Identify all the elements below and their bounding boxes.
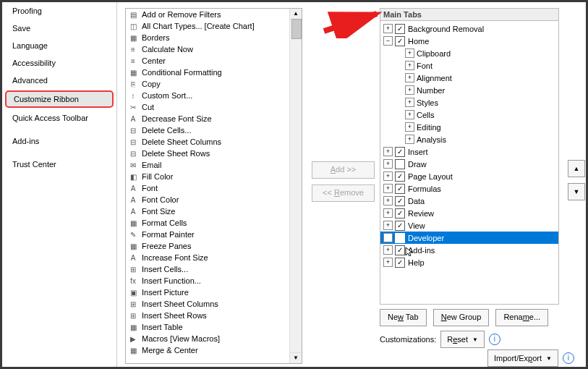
reset-dropdown[interactable]: Reset▼Reset bbox=[440, 331, 485, 348]
tree-row[interactable]: +Clipboard bbox=[380, 47, 558, 59]
expand-icon[interactable]: + bbox=[405, 98, 414, 107]
tree-row[interactable]: +Insert bbox=[380, 145, 558, 158]
command-row[interactable]: ◧Fill Color▸ bbox=[126, 171, 302, 182]
expand-icon[interactable]: + bbox=[383, 184, 393, 193]
command-row[interactable]: ⊟Delete Cells... bbox=[126, 124, 302, 136]
sidebar-item-language[interactable]: Language bbox=[2, 37, 116, 54]
checkbox[interactable] bbox=[395, 221, 405, 231]
info-icon[interactable]: i bbox=[489, 334, 500, 345]
checkbox[interactable] bbox=[395, 208, 405, 219]
add-button[interactable]: Add >>Add >> bbox=[312, 161, 375, 179]
command-row[interactable]: ≡Center bbox=[126, 55, 302, 67]
tree-row[interactable]: +Data bbox=[380, 195, 558, 207]
expand-icon[interactable]: + bbox=[405, 61, 414, 70]
tree-row[interactable]: +Developer bbox=[380, 232, 558, 244]
tree-row[interactable]: +View bbox=[380, 219, 558, 232]
sidebar-item-accessibility[interactable]: Accessibility bbox=[2, 54, 116, 72]
checkbox[interactable] bbox=[395, 147, 405, 157]
scroll-thumb[interactable] bbox=[291, 19, 302, 39]
tree-row[interactable]: +Add-ins bbox=[380, 244, 558, 256]
command-row[interactable]: ▦Format Cells bbox=[126, 217, 302, 229]
checkbox[interactable] bbox=[395, 159, 405, 169]
checkbox[interactable] bbox=[395, 171, 405, 182]
sidebar-item-save[interactable]: Save bbox=[2, 20, 116, 37]
sidebar-item-trust-center[interactable]: Trust Center bbox=[2, 156, 116, 173]
sidebar-item-customize-ribbon[interactable]: Customize Ribbon bbox=[5, 90, 114, 108]
expand-icon[interactable]: + bbox=[405, 135, 414, 144]
expand-icon[interactable]: + bbox=[383, 159, 393, 169]
expand-icon[interactable]: + bbox=[405, 85, 414, 95]
new-tab-button[interactable]: New TabNew Tab bbox=[380, 309, 427, 326]
new-group-button[interactable]: New GroupNew Group bbox=[433, 309, 490, 326]
checkbox[interactable] bbox=[395, 24, 405, 34]
expand-icon[interactable]: + bbox=[383, 208, 393, 218]
command-row[interactable]: ⊟Delete Sheet Rows bbox=[126, 148, 302, 159]
checkbox[interactable] bbox=[395, 196, 405, 206]
command-list[interactable]: ▤Add or Remove Filters◫All Chart Types..… bbox=[125, 8, 302, 364]
command-row[interactable]: ⊟Delete Sheet Columns bbox=[126, 136, 302, 148]
tree-row[interactable]: +Alignment bbox=[380, 72, 558, 84]
tree-row[interactable]: +Cells bbox=[380, 109, 558, 121]
remove-button[interactable]: << Remove<< Remove bbox=[312, 184, 375, 202]
command-row[interactable]: ADecrease Font Size bbox=[126, 113, 302, 124]
expand-icon[interactable]: + bbox=[405, 122, 414, 132]
tree-row[interactable]: +Background Removal bbox=[380, 22, 558, 35]
command-row[interactable]: ▦Insert Table bbox=[126, 321, 302, 333]
command-row[interactable]: ≡Calculate Now bbox=[126, 43, 302, 55]
expand-icon[interactable]: + bbox=[383, 233, 393, 242]
tree-row[interactable]: +Analysis bbox=[380, 133, 558, 145]
checkbox[interactable] bbox=[395, 36, 405, 46]
command-row[interactable]: AFont SizeI▸ bbox=[126, 205, 302, 217]
checkbox[interactable] bbox=[395, 233, 405, 243]
tree-row[interactable]: −Home bbox=[380, 35, 558, 47]
sidebar-item-addins[interactable]: Add-ins bbox=[2, 132, 116, 150]
expand-icon[interactable]: + bbox=[383, 196, 393, 205]
expand-icon[interactable]: + bbox=[383, 245, 393, 255]
tree-row[interactable]: +Help bbox=[380, 256, 558, 268]
command-row[interactable]: AIncrease Font Size bbox=[126, 252, 302, 263]
command-row[interactable]: ⊞Insert Sheet Columns bbox=[126, 298, 302, 310]
command-row[interactable]: ▦Merge & Center▸ bbox=[126, 344, 302, 356]
sidebar-item-proofing[interactable]: Proofing bbox=[2, 2, 116, 20]
rename-button[interactable]: Rename...Rename... bbox=[495, 309, 548, 326]
expand-icon[interactable]: + bbox=[383, 171, 393, 181]
expand-icon[interactable]: + bbox=[405, 73, 414, 82]
command-row[interactable]: ✉Email bbox=[126, 159, 302, 171]
import-export-dropdown[interactable]: Import/Export▼Import/Export bbox=[487, 349, 558, 367]
command-row[interactable]: ▤Add or Remove Filters bbox=[126, 9, 302, 20]
tree-row[interactable]: +Font bbox=[380, 59, 558, 72]
main-tabs-tree[interactable]: +Background Removal−Home+Clipboard+Font+… bbox=[380, 21, 559, 305]
command-row[interactable]: ↕Custom Sort... bbox=[126, 90, 302, 101]
expand-icon[interactable]: + bbox=[405, 110, 414, 119]
tree-row[interactable]: +Review bbox=[380, 207, 558, 219]
expand-icon[interactable]: + bbox=[383, 221, 393, 230]
command-row[interactable]: AFont Color▸ bbox=[126, 194, 302, 205]
tree-row[interactable]: +Page Layout bbox=[380, 170, 558, 182]
command-row[interactable]: ⎘Copy bbox=[126, 78, 302, 90]
tree-row[interactable]: +Styles bbox=[380, 96, 558, 109]
tree-row[interactable]: +Draw bbox=[380, 158, 558, 170]
command-row[interactable]: ✂Cut bbox=[126, 101, 302, 113]
scroll-down-icon[interactable]: ▼ bbox=[290, 352, 302, 363]
checkbox[interactable] bbox=[395, 184, 405, 194]
checkbox[interactable] bbox=[395, 245, 405, 255]
expand-icon[interactable]: + bbox=[405, 48, 414, 58]
sidebar-item-advanced[interactable]: Advanced bbox=[2, 72, 116, 89]
command-row[interactable]: ▦Freeze Panes▸ bbox=[126, 240, 302, 252]
sidebar-item-quick-access[interactable]: Quick Access Toolbar bbox=[2, 109, 116, 127]
command-row[interactable]: fxInsert Function... bbox=[126, 275, 302, 287]
command-row[interactable]: ▣Insert Picture bbox=[126, 287, 302, 298]
command-row[interactable]: ✎Format Painter bbox=[126, 229, 302, 240]
tree-row[interactable]: +Number bbox=[380, 84, 558, 96]
expand-icon[interactable]: + bbox=[383, 258, 393, 267]
tree-row[interactable]: +Editing bbox=[380, 121, 558, 133]
move-up-button[interactable]: ▲ bbox=[568, 160, 585, 177]
command-row[interactable]: ⊞Insert Cells... bbox=[126, 263, 302, 275]
checkbox[interactable] bbox=[395, 258, 405, 268]
move-down-button[interactable]: ▼ bbox=[568, 183, 585, 200]
command-row[interactable]: ⊞Insert Sheet Rows bbox=[126, 310, 302, 321]
command-row[interactable]: AFontI▸ bbox=[126, 182, 302, 194]
command-row[interactable]: ◫All Chart Types... [Create Chart] bbox=[126, 20, 302, 32]
command-row[interactable]: ▶Macros [View Macros]▸ bbox=[126, 333, 302, 344]
command-row[interactable]: ▦Conditional Formatting▸ bbox=[126, 67, 302, 78]
